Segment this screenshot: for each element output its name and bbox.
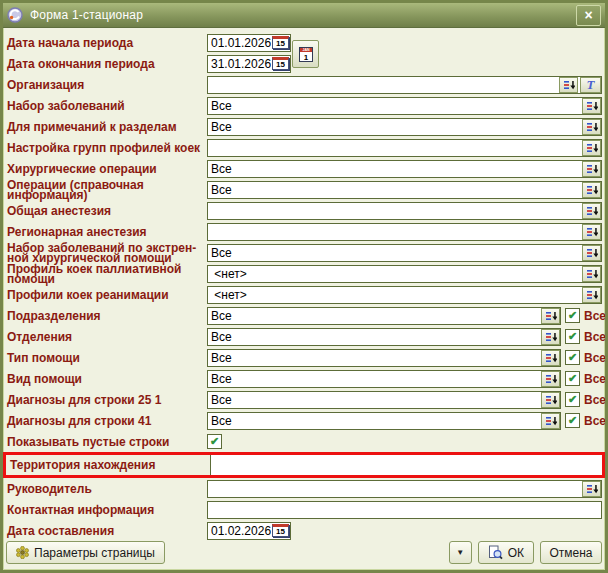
show-empty-rows-checkbox[interactable]: ✔ bbox=[207, 434, 222, 449]
select-list-button[interactable] bbox=[582, 287, 601, 303]
operations-reference-input[interactable]: Все bbox=[207, 181, 602, 199]
field-label: Хирургические операции bbox=[7, 164, 207, 174]
compile-date-input[interactable]: 01.02.2026 15 bbox=[207, 522, 291, 540]
organization-input[interactable]: T bbox=[207, 76, 602, 94]
select-list-button[interactable] bbox=[582, 182, 601, 198]
field-label: Профили коек реанимации bbox=[7, 290, 207, 300]
all-checkbox[interactable]: ✔ bbox=[565, 392, 580, 407]
select-list-button[interactable] bbox=[559, 77, 578, 93]
choose-list-icon bbox=[586, 247, 598, 259]
select-list-button[interactable] bbox=[541, 413, 560, 429]
page-setup-button[interactable]: Параметры страницы bbox=[6, 541, 165, 564]
field-label: Вид помощи bbox=[7, 374, 207, 384]
form-row: Подразделения Все ✔ Все bbox=[7, 305, 602, 326]
choose-list-icon bbox=[545, 331, 557, 343]
territory-input[interactable] bbox=[210, 455, 602, 475]
close-button[interactable]: × bbox=[576, 5, 601, 26]
dropdown-button[interactable]: ▼ bbox=[449, 541, 472, 564]
subdivisions-input[interactable]: Все bbox=[207, 307, 561, 325]
form-row: Регионарная анестезия bbox=[7, 221, 602, 242]
palliative-bed-profile-input[interactable]: <нет> bbox=[207, 265, 602, 283]
svg-text:1: 1 bbox=[303, 52, 308, 61]
field-label: Операции (справочная информация) bbox=[7, 180, 207, 200]
departments-input[interactable]: Все bbox=[207, 328, 561, 346]
page-setup-icon bbox=[16, 546, 29, 559]
select-list-button[interactable] bbox=[582, 161, 601, 177]
regional-anesthesia-input[interactable] bbox=[207, 223, 602, 241]
start-date-input[interactable]: 01.01.2026 15 bbox=[207, 34, 291, 52]
ok-button[interactable]: ОК bbox=[478, 541, 534, 564]
end-date-input[interactable]: 31.01.2026 15 bbox=[207, 55, 291, 73]
calendar-icon[interactable]: 15 bbox=[272, 524, 289, 537]
select-list-button[interactable] bbox=[582, 98, 601, 114]
choose-list-icon bbox=[545, 352, 557, 364]
field-value: Все bbox=[211, 414, 232, 428]
select-list-button[interactable] bbox=[582, 224, 601, 240]
check-icon: ✔ bbox=[568, 394, 577, 405]
form-row: Организация T bbox=[7, 74, 602, 95]
general-anesthesia-input[interactable] bbox=[207, 202, 602, 220]
field-label: Организация bbox=[7, 80, 207, 90]
check-icon: ✔ bbox=[210, 436, 219, 447]
section-notes-input[interactable]: Все bbox=[207, 118, 602, 136]
title-bar[interactable]: Форма 1-стационар × bbox=[3, 3, 605, 28]
form-row: Для примечаний к разделам Все bbox=[7, 116, 602, 137]
all-checkbox[interactable]: ✔ bbox=[565, 329, 580, 344]
field-label: Дата составления bbox=[7, 526, 207, 536]
contact-info-input[interactable] bbox=[207, 501, 602, 519]
form-row: Отделения Все ✔ Все bbox=[7, 326, 602, 347]
diagnoses-line-41-input[interactable]: Все bbox=[207, 412, 561, 430]
select-list-button[interactable] bbox=[582, 481, 601, 497]
field-value: Все bbox=[211, 372, 232, 386]
date-value: 01.01.2026 bbox=[211, 36, 271, 50]
all-checkbox-label: Все bbox=[584, 330, 606, 344]
all-checkbox[interactable]: ✔ bbox=[565, 308, 580, 323]
check-icon: ✔ bbox=[568, 331, 577, 342]
select-list-button[interactable] bbox=[582, 140, 601, 156]
field-label: Показывать пустые строки bbox=[7, 437, 207, 447]
select-list-button[interactable] bbox=[582, 203, 601, 219]
date-value: 01.02.2026 bbox=[211, 524, 271, 538]
check-icon: ✔ bbox=[568, 373, 577, 384]
bed-profile-groups-input[interactable] bbox=[207, 139, 602, 157]
form-row: Тип помощи Все ✔ Все bbox=[7, 347, 602, 368]
care-type-input[interactable]: Все bbox=[207, 349, 561, 367]
all-checkbox-label: Все bbox=[584, 351, 606, 365]
field-value: Все bbox=[211, 120, 232, 134]
form-row: Показывать пустые строки ✔ bbox=[7, 431, 602, 452]
check-icon: ✔ bbox=[568, 352, 577, 363]
select-list-button[interactable] bbox=[541, 371, 560, 387]
select-list-button[interactable] bbox=[541, 350, 560, 366]
calendar-icon[interactable]: 15 bbox=[272, 36, 289, 49]
care-kind-input[interactable]: Все bbox=[207, 370, 561, 388]
emergency-surgery-diseases-input[interactable]: Все bbox=[207, 244, 602, 262]
field-value: <нет> bbox=[211, 267, 247, 281]
text-entry-button[interactable]: T bbox=[580, 77, 601, 93]
all-checkbox[interactable]: ✔ bbox=[565, 413, 580, 428]
all-checkbox-label: Все bbox=[584, 414, 606, 428]
form-row: Диагнозы для строки 25 1 Все ✔ Все bbox=[7, 389, 602, 410]
diagnoses-line-25-1-input[interactable]: Все bbox=[207, 391, 561, 409]
cancel-button[interactable]: Отмена bbox=[540, 541, 602, 564]
select-list-button[interactable] bbox=[541, 392, 560, 408]
calendar-picker-button[interactable]: JAN 1 bbox=[292, 40, 319, 68]
form-row: Диагнозы для строки 41 Все ✔ Все bbox=[7, 410, 602, 431]
choose-list-icon bbox=[586, 268, 598, 280]
disease-set-input[interactable]: Все bbox=[207, 97, 602, 115]
field-label: Дата окончания периода bbox=[7, 59, 207, 69]
select-list-button[interactable] bbox=[541, 329, 560, 345]
field-label: Профиль коек паллиативной помощи bbox=[7, 264, 207, 284]
all-checkbox[interactable]: ✔ bbox=[565, 350, 580, 365]
select-list-button[interactable] bbox=[541, 308, 560, 324]
calendar-icon[interactable]: 15 bbox=[272, 57, 289, 70]
form-row: Профиль коек паллиативной помощи <нет> bbox=[7, 263, 602, 284]
surgical-operations-input[interactable]: Все bbox=[207, 160, 602, 178]
field-value: Все bbox=[211, 99, 232, 113]
select-list-button[interactable] bbox=[582, 266, 601, 282]
icu-bed-profiles-input[interactable]: <нет> bbox=[207, 286, 602, 304]
all-checkbox[interactable]: ✔ bbox=[565, 371, 580, 386]
manager-input[interactable] bbox=[207, 480, 602, 498]
select-list-button[interactable] bbox=[582, 119, 601, 135]
select-list-button[interactable] bbox=[582, 245, 601, 261]
choose-list-icon bbox=[586, 289, 598, 301]
